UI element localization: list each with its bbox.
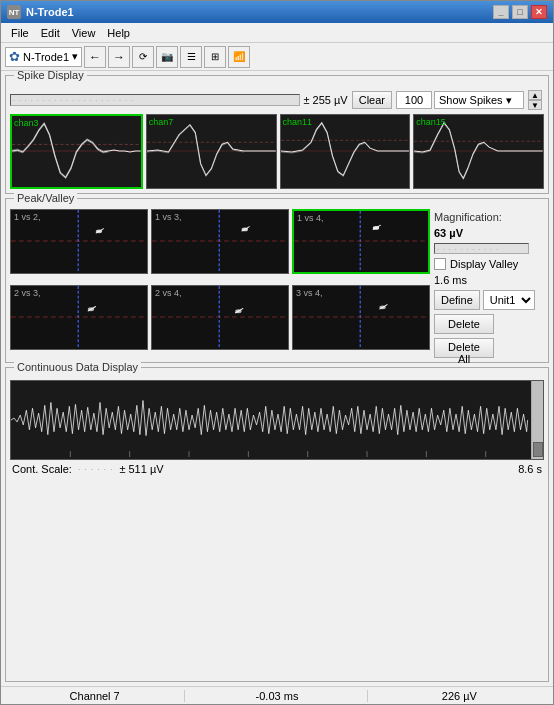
cont-range-label: ± 511 µV (119, 463, 163, 475)
status-voltage: 226 µV (370, 690, 549, 702)
time-value: 1.6 ms (434, 274, 544, 286)
continuous-display-label: Continuous Data Display (14, 361, 141, 373)
spike-scroll: ▲ ▼ (528, 90, 544, 110)
scroll-down-button[interactable]: ▼ (528, 100, 542, 110)
close-button[interactable]: ✕ (531, 5, 547, 19)
refresh-button[interactable]: ⟳ (132, 46, 154, 68)
status-time: -0.03 ms (187, 690, 367, 702)
pv-cell-1vs2[interactable]: 1 vs 2, (10, 209, 148, 274)
magnification-label: Magnification: (434, 211, 544, 223)
statusbar: Channel 7 -0.03 ms 226 µV (1, 686, 553, 704)
define-row: Define Unit1 Unit2 Unit3 (434, 290, 544, 310)
pv-grid: 1 vs 2, 1 vs 3, (10, 209, 430, 358)
spike-channels: chan3 chan7 (10, 114, 544, 189)
count-input[interactable] (396, 91, 432, 109)
scroll-thumb[interactable] (533, 442, 543, 457)
pv-cell-1vs3[interactable]: 1 vs 3, (151, 209, 289, 274)
menu-file[interactable]: File (5, 25, 35, 41)
clear-button[interactable]: Clear (352, 91, 392, 109)
toolbar: ✿ N-Trode1 ▾ ← → ⟳ 📷 ☰ ⊞ 📶 (1, 43, 553, 71)
signal-button[interactable]: 📶 (228, 46, 250, 68)
channel-display-chan11[interactable]: chan11 (280, 114, 411, 189)
unit-select[interactable]: Unit1 Unit2 Unit3 (483, 290, 535, 310)
main-window: NT N-Trode1 _ □ ✕ File Edit View Help ✿ … (0, 0, 554, 705)
delete-all-button[interactable]: Delete All (434, 338, 494, 358)
pv-cell-2vs4[interactable]: 2 vs 4, (151, 285, 289, 350)
pv-label-1vs3: 1 vs 3, (155, 212, 182, 222)
back-button[interactable]: ← (84, 46, 106, 68)
forward-button[interactable]: → (108, 46, 130, 68)
pv-label-2vs4: 2 vs 4, (155, 288, 182, 298)
pv-label-1vs2: 1 vs 2, (14, 212, 41, 222)
pv-label-3vs4: 3 vs 4, (296, 288, 323, 298)
pv-cell-1vs4[interactable]: 1 vs 4, (292, 209, 430, 274)
menubar: File Edit View Help (1, 23, 553, 43)
continuous-scrollbar[interactable] (531, 381, 543, 459)
scroll-up-button[interactable]: ▲ (528, 90, 542, 100)
display-valley-label: Display Valley (450, 258, 518, 270)
spike-scale-slider[interactable]: · · · · · · · · · · · · · · · · · · · · … (10, 94, 300, 106)
spike-display-group: Spike Display · · · · · · · · · · · · · … (5, 75, 549, 194)
magnification-slider[interactable]: · · · · · · · · · · · (434, 243, 529, 254)
channel-label-chan15: chan15 (416, 117, 446, 127)
peak-valley-label: Peak/Valley (14, 192, 77, 204)
menu-help[interactable]: Help (101, 25, 136, 41)
pv-label-1vs4: 1 vs 4, (297, 213, 324, 223)
show-spikes-dropdown[interactable]: Show Spikes ▾ (434, 91, 524, 109)
pv-controls: Magnification: 63 µV · · · · · · · · · ·… (434, 209, 544, 358)
show-spikes-label: Show Spikes (439, 94, 503, 106)
delete-button[interactable]: Delete (434, 314, 494, 334)
window-title: N-Trode1 (26, 6, 74, 18)
spike-range-label: ± 255 µV (304, 94, 348, 106)
spike-display-label: Spike Display (14, 71, 87, 81)
channel-label-chan11: chan11 (283, 117, 313, 127)
cont-scale-row: Cont. Scale: · · · · · · ± 511 µV 8.6 s (10, 463, 544, 475)
main-content: Spike Display · · · · · · · · · · · · · … (1, 71, 553, 686)
pv-cell-3vs4[interactable]: 3 vs 4, (292, 285, 430, 350)
cont-scale-label: Cont. Scale: (12, 463, 72, 475)
pv-cell-2vs3[interactable]: 2 vs 3, (10, 285, 148, 350)
status-channel: Channel 7 (5, 690, 185, 702)
continuous-display-canvas (10, 380, 544, 460)
channel-label-chan3: chan3 (14, 118, 39, 128)
channel-display-chan3[interactable]: chan3 (10, 114, 143, 189)
channel-label-chan7: chan7 (149, 117, 174, 127)
display-valley-checkbox[interactable] (434, 258, 446, 270)
display-valley-row: Display Valley (434, 258, 544, 270)
minimize-button[interactable]: _ (493, 5, 509, 19)
cont-scale-slider[interactable]: · · · · · · (78, 465, 113, 474)
app-icon: NT (7, 5, 21, 19)
channel-display-chan15[interactable]: chan15 (413, 114, 544, 189)
list-button[interactable]: ☰ (180, 46, 202, 68)
menu-view[interactable]: View (66, 25, 102, 41)
define-button[interactable]: Define (434, 290, 480, 310)
title-bar: NT N-Trode1 _ □ ✕ (1, 1, 553, 23)
menu-edit[interactable]: Edit (35, 25, 66, 41)
camera-button[interactable]: 📷 (156, 46, 178, 68)
magnification-value: 63 µV (434, 227, 544, 239)
cont-time-label: 8.6 s (518, 463, 542, 475)
ntrode-dropdown[interactable]: ✿ N-Trode1 ▾ (5, 47, 82, 67)
channel-display-chan7[interactable]: chan7 (146, 114, 277, 189)
continuous-display-group: Continuous Data Display (5, 367, 549, 682)
table-button[interactable]: ⊞ (204, 46, 226, 68)
pv-label-2vs3: 2 vs 3, (14, 288, 41, 298)
maximize-button[interactable]: □ (512, 5, 528, 19)
peak-valley-group: Peak/Valley 1 vs 2, (5, 198, 549, 363)
